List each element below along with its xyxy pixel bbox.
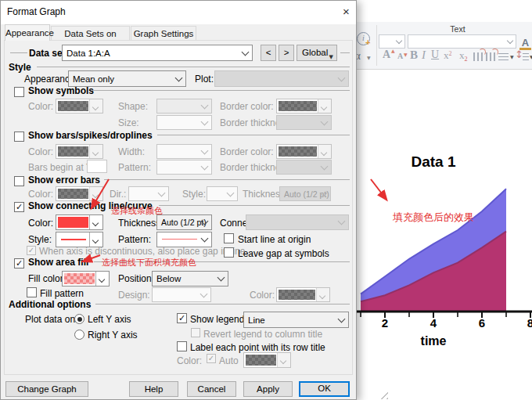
line-pattern-preview xyxy=(162,239,197,240)
start-line-origin-checkbox[interactable] xyxy=(224,233,234,243)
position-combo[interactable]: Below xyxy=(152,271,228,286)
apply-button[interactable]: Apply xyxy=(243,381,293,397)
label-points-checkbox[interactable] xyxy=(177,341,187,351)
appearance-value: Mean only xyxy=(73,74,114,84)
format-graph-dialog: Format Graph × Appearance Data Sets on G… xyxy=(0,0,357,400)
tab-appearance[interactable]: Appearance xyxy=(5,24,50,41)
legend-value: Line xyxy=(248,315,265,325)
line-style-preview xyxy=(61,239,86,240)
swatch-color xyxy=(279,101,317,111)
annotation-pick-line-color: 选择线条颜色 xyxy=(111,205,163,217)
swatch-color xyxy=(58,217,88,228)
close-icon[interactable]: × xyxy=(336,1,357,23)
chevron-down-icon xyxy=(217,274,225,282)
ok-button[interactable]: OK xyxy=(299,381,350,397)
change-graph-type-button[interactable]: Change Graph Type... xyxy=(5,381,88,397)
bar-color-swatch xyxy=(56,144,103,159)
fill-color-swatch[interactable] xyxy=(62,271,110,286)
show-legend-label: Show legend xyxy=(190,314,244,325)
annotation-pick-fill-color: 选择曲线下面积填充颜色 xyxy=(102,257,196,268)
check-icon: ✓ xyxy=(207,355,215,362)
appearance-combo[interactable]: Mean only xyxy=(68,70,186,87)
divider xyxy=(10,52,27,53)
position-value: Below xyxy=(156,274,181,283)
start-line-origin-label: Start line at origin xyxy=(238,234,311,245)
dir-combo xyxy=(128,186,169,201)
line-style-combo[interactable] xyxy=(56,232,103,247)
line-color-swatch[interactable] xyxy=(56,214,103,230)
error-thickness-combo: Auto (1/2 pt) xyxy=(279,186,331,201)
cancel-button[interactable]: Cancel xyxy=(187,381,236,397)
line-pattern-combo[interactable] xyxy=(156,232,212,247)
left-y-axis-radio[interactable] xyxy=(74,314,84,324)
chevron-down-icon xyxy=(200,290,208,297)
shape-combo xyxy=(156,99,212,114)
chevron-down-icon xyxy=(201,162,209,170)
chevron-down-icon xyxy=(158,189,166,196)
dataset-value: Data 1:A:A xyxy=(66,49,110,58)
line-thickness-combo[interactable]: Auto (1/2 pt) xyxy=(156,214,212,230)
line-pattern-label: Pattern: xyxy=(118,234,151,245)
show-legend-checkbox[interactable]: ✓ xyxy=(177,313,187,323)
revert-legend-label: Revert legend to column title xyxy=(203,329,322,340)
chevron-down-icon xyxy=(201,101,209,109)
swatch-color xyxy=(279,146,317,157)
tab-data-sets-on-graph[interactable]: Data Sets on Graph xyxy=(51,26,130,41)
symbol-border-thickness-combo xyxy=(276,115,332,130)
fill-pattern-label: Fill pattern xyxy=(40,288,84,299)
chevron-down-icon xyxy=(201,117,209,125)
symbol-border-color-label: Border color: xyxy=(220,101,274,112)
gap-discontinuous-label: When axis is discontinuous, also place g… xyxy=(39,246,245,257)
plot-label: Plot: xyxy=(195,74,214,85)
left-y-axis-label: Left Y axis xyxy=(88,314,131,325)
pattern-color-swatch xyxy=(276,287,330,302)
chevron-down-icon xyxy=(321,117,329,125)
divider xyxy=(104,179,350,180)
divider xyxy=(340,52,350,53)
chevron-down-icon xyxy=(89,215,102,229)
annotation-fill-effect: 填充颜色后的效果 xyxy=(393,211,474,225)
fill-pattern-checkbox[interactable] xyxy=(27,287,37,297)
right-y-axis-radio[interactable] xyxy=(74,330,84,340)
legend-color-label: Color: xyxy=(177,355,202,366)
symbol-color-swatch xyxy=(56,99,103,114)
global-dropdown-button[interactable]: Global ▼ xyxy=(297,45,337,61)
bar-color-label: Color: xyxy=(28,146,53,157)
revert-legend-checkbox xyxy=(191,328,200,337)
show-bars-checkbox[interactable] xyxy=(14,132,24,142)
check-icon: ✓ xyxy=(178,314,186,323)
check-icon: ✓ xyxy=(15,203,23,211)
chevron-down-icon xyxy=(89,145,102,158)
divider xyxy=(157,135,350,135)
leave-gap-checkbox[interactable] xyxy=(224,247,234,258)
divider xyxy=(95,304,350,305)
shape-label: Shape: xyxy=(118,101,148,112)
legend-combo[interactable]: Line xyxy=(243,312,349,328)
label-points-label: Label each point with its row title xyxy=(190,342,325,353)
show-bars-header: Show bars/spikes/droplines xyxy=(28,130,153,141)
tab-graph-settings[interactable]: Graph Settings xyxy=(131,26,196,41)
prev-dataset-button[interactable]: < xyxy=(261,45,276,61)
show-symbols-checkbox[interactable] xyxy=(14,87,24,97)
line-style-label: Style: xyxy=(28,234,52,245)
chevron-down-icon xyxy=(338,74,346,81)
chevron-down-icon xyxy=(89,232,102,247)
show-line-checkbox[interactable]: ✓ xyxy=(14,202,24,212)
dataset-combo[interactable]: Data 1:A:A xyxy=(62,45,253,61)
show-area-fill-checkbox[interactable]: ✓ xyxy=(14,258,24,268)
check-icon: ✓ xyxy=(27,247,35,254)
chevron-down-icon xyxy=(201,146,209,154)
error-style-label: Style: xyxy=(182,189,206,200)
auto-color-checkbox: ✓ xyxy=(207,354,216,363)
chevron-down-icon xyxy=(318,99,331,113)
show-area-fill-header: Show area fill xyxy=(28,257,88,268)
symbol-border-color-swatch xyxy=(276,99,332,114)
bars-begin-input[interactable] xyxy=(87,160,107,173)
size-label: Size: xyxy=(118,117,139,128)
show-error-bars-checkbox[interactable] xyxy=(14,176,24,186)
chevron-down-icon xyxy=(338,315,346,323)
chevron-down-icon xyxy=(89,187,102,200)
help-button[interactable]: Help xyxy=(129,381,178,397)
next-dataset-button[interactable]: > xyxy=(279,45,294,61)
dialog-title: Format Graph xyxy=(7,6,66,17)
